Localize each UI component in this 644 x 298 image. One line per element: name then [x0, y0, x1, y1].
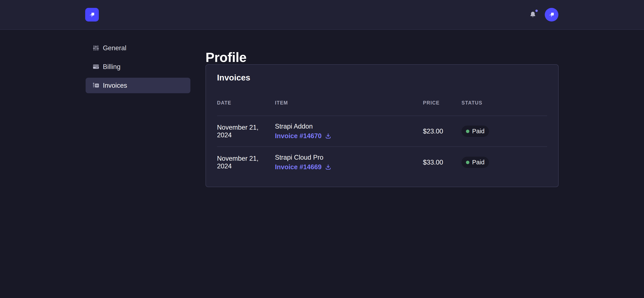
notifications-button[interactable]: [528, 10, 537, 19]
download-icon[interactable]: [325, 133, 331, 139]
svg-text:$: $: [93, 82, 94, 85]
bell-icon: [529, 11, 536, 18]
app-root: General Billing $ Invoices Profile: [0, 0, 644, 298]
invoice-row: November 21, 2024 Strapi Addon Invoice #…: [217, 116, 547, 147]
sidebar-item-general[interactable]: General: [86, 40, 190, 56]
status-dot-icon: [466, 130, 469, 133]
status-label: Paid: [472, 128, 484, 135]
settings-sidebar: General Billing $ Invoices: [86, 40, 190, 93]
invoice-date: November 21, 2024: [217, 124, 275, 139]
strapi-logo-button[interactable]: [85, 8, 99, 21]
sidebar-item-label: Invoices: [103, 82, 127, 89]
header-actions: [528, 8, 558, 21]
invoice-download-link[interactable]: Invoice #14670: [275, 132, 423, 140]
sidebar-item-billing[interactable]: Billing: [86, 59, 190, 74]
invoices-card-title: Invoices: [217, 73, 547, 83]
column-header-status: STATUS: [462, 100, 547, 105]
invoices-card: Invoices DATE ITEM PRICE STATUS November…: [206, 64, 558, 187]
invoice-icon: $: [93, 82, 99, 89]
page-title: Profile: [206, 51, 246, 64]
column-header-item: ITEM: [275, 100, 423, 105]
sidebar-item-label: Billing: [103, 63, 120, 71]
strapi-logo-icon: [86, 9, 98, 21]
user-avatar-button[interactable]: [545, 8, 558, 21]
invoice-price: $33.00: [423, 159, 462, 166]
sidebar-item-label: General: [103, 44, 126, 52]
avatar-strapi-icon: [546, 9, 558, 21]
status-label: Paid: [472, 159, 484, 166]
status-badge: Paid: [462, 126, 489, 137]
invoice-download-link[interactable]: Invoice #14669: [275, 163, 423, 171]
invoice-row: November 21, 2024 Strapi Cloud Pro Invoi…: [217, 147, 547, 178]
app-header: [0, 0, 644, 30]
invoice-date: November 21, 2024: [217, 155, 275, 170]
invoice-link-label: Invoice #14670: [275, 132, 322, 140]
invoice-item-name: Strapi Cloud Pro: [275, 154, 423, 161]
status-dot-icon: [466, 161, 469, 164]
status-badge: Paid: [462, 157, 489, 168]
invoice-price: $23.00: [423, 127, 462, 135]
invoices-table-header: DATE ITEM PRICE STATUS: [217, 100, 547, 116]
invoice-link-label: Invoice #14669: [275, 163, 322, 171]
column-header-date: DATE: [217, 100, 275, 105]
column-header-price: PRICE: [423, 100, 462, 105]
invoice-item-cell: Strapi Cloud Pro Invoice #14669: [275, 154, 423, 171]
credit-card-icon: [93, 63, 99, 70]
sidebar-item-invoices[interactable]: $ Invoices: [86, 78, 190, 93]
notification-dot: [536, 9, 538, 12]
invoice-item-name: Strapi Addon: [275, 123, 423, 130]
sliders-icon: [93, 45, 99, 51]
invoice-item-cell: Strapi Addon Invoice #14670: [275, 123, 423, 140]
download-icon[interactable]: [325, 164, 331, 170]
